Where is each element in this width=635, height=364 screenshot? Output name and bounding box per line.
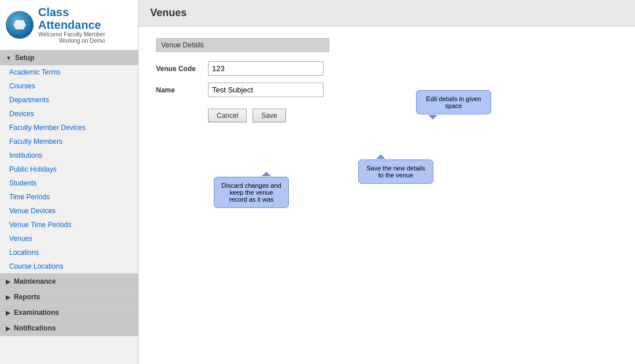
nav-item-faculty-member-devices[interactable]: Faculty Member Devices xyxy=(0,121,138,135)
nav-section-maintenance: Maintenance xyxy=(0,274,138,289)
nav-section-reports-header[interactable]: Reports xyxy=(0,289,138,304)
tooltip-save: Save the new details to the venue xyxy=(358,159,433,184)
nav-item-courses[interactable]: Courses xyxy=(0,79,138,93)
name-label: Name xyxy=(156,86,208,94)
name-row: Name xyxy=(156,83,618,97)
nav-item-venue-devices[interactable]: Venue Devices xyxy=(0,204,138,218)
page-body: Venue Details Venue Code Name Cancel Sav… xyxy=(139,27,635,134)
reports-arrow-icon xyxy=(6,294,10,300)
tooltip-cancel: Discard changes and keep the venue recor… xyxy=(214,177,289,208)
nav-section-maintenance-header[interactable]: Maintenance xyxy=(0,274,138,289)
venue-code-label: Venue Code xyxy=(156,65,208,73)
app-welcome: Welcome Faculty Member Working on Demo xyxy=(38,31,105,44)
nav-section-notifications-header[interactable]: Notifications xyxy=(0,321,138,336)
notifications-arrow-icon xyxy=(6,325,10,332)
maintenance-arrow-icon xyxy=(6,278,10,285)
nav-item-course-locations[interactable]: Course Locations xyxy=(0,259,138,273)
cancel-button[interactable]: Cancel xyxy=(208,109,247,122)
nav-section-reports: Reports xyxy=(0,289,138,305)
app-title-block: ClassAttendance Welcome Faculty Member W… xyxy=(38,6,105,44)
main-content: Venues Venue Details Venue Code Name Can… xyxy=(139,0,635,364)
save-button[interactable]: Save xyxy=(252,109,285,122)
setup-arrow-icon xyxy=(6,55,12,61)
nav-item-locations[interactable]: Locations xyxy=(0,246,138,259)
form-section-title: Venue Details xyxy=(156,38,329,52)
examinations-arrow-icon xyxy=(6,310,10,316)
venue-code-row: Venue Code xyxy=(156,61,618,76)
notifications-label: Notifications xyxy=(14,324,56,332)
page-header: Venues xyxy=(139,0,635,27)
nav-item-institutions[interactable]: Institutions xyxy=(0,148,138,162)
nav-item-devices[interactable]: Devices xyxy=(0,107,138,121)
app-logo xyxy=(6,11,34,39)
nav-item-departments[interactable]: Departments xyxy=(0,93,138,107)
reports-label: Reports xyxy=(14,293,40,301)
name-input[interactable] xyxy=(208,83,324,97)
examinations-label: Examinations xyxy=(14,309,59,317)
app-header: ClassAttendance Welcome Faculty Member W… xyxy=(0,0,138,50)
nav-section-setup-header[interactable]: Setup xyxy=(0,50,138,65)
app-title: ClassAttendance xyxy=(38,6,105,31)
tooltip-edit: Edit details in given space xyxy=(416,90,491,114)
nav-item-faculty-members[interactable]: Faculty Members xyxy=(0,135,138,148)
maintenance-label: Maintenance xyxy=(14,277,56,285)
page-title: Venues xyxy=(150,7,623,19)
nav-section-setup: Setup Academic Terms Courses Departments… xyxy=(0,50,138,274)
nav-item-venues[interactable]: Venues xyxy=(0,232,138,246)
nav-section-notifications: Notifications xyxy=(0,321,138,336)
nav-item-students[interactable]: Students xyxy=(0,176,138,190)
venue-code-input[interactable] xyxy=(208,61,324,76)
nav-section-examinations: Examinations xyxy=(0,305,138,321)
nav-item-venue-time-periods[interactable]: Venue Time Periods xyxy=(0,218,138,232)
nav-item-public-holidays[interactable]: Public Holidays xyxy=(0,162,138,176)
nav-item-time-periods[interactable]: Time Periods xyxy=(0,190,138,204)
setup-label: Setup xyxy=(15,54,34,62)
nav-section-examinations-header[interactable]: Examinations xyxy=(0,305,138,320)
button-row: Cancel Save xyxy=(208,109,618,122)
nav-item-academic-terms[interactable]: Academic Terms xyxy=(0,65,138,79)
setup-nav-items: Academic Terms Courses Departments Devic… xyxy=(0,65,138,273)
